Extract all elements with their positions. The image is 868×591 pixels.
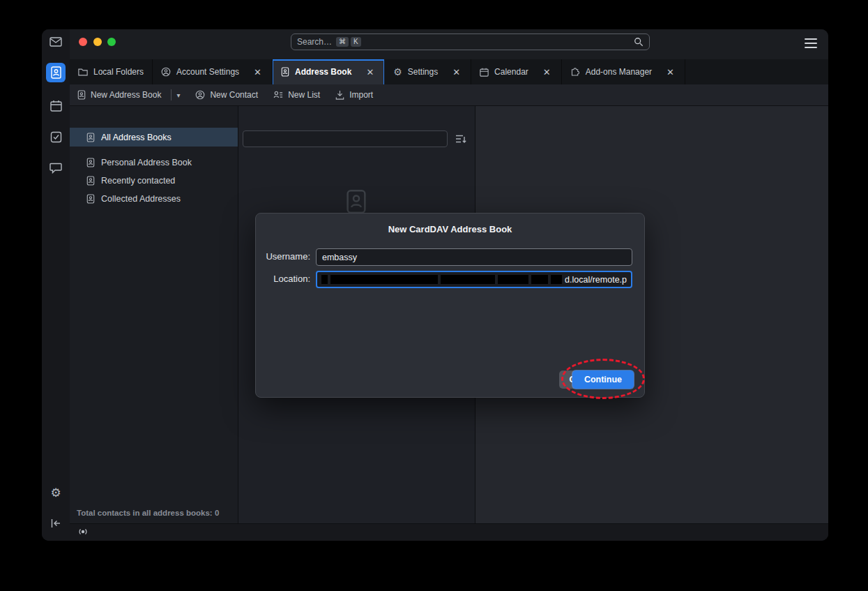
location-label: Location: [256,274,310,284]
location-input[interactable]: d.local/remote.p [316,271,632,288]
redaction-bar [330,275,438,284]
button-label: New Contact [210,90,258,100]
tab-calendar[interactable]: Calendar ✕ [471,59,562,84]
settings-gear-icon[interactable]: ⚙ [45,481,67,504]
close-tab-icon[interactable]: ✕ [541,66,553,78]
book-label: Personal Address Book [101,158,192,167]
folder-icon [78,68,88,76]
address-book-icon [86,133,95,142]
new-list-button[interactable]: New List [273,90,320,100]
status-bar [70,523,828,541]
location-visible-text: d.local/remote.p [565,275,627,285]
titlebar: Search… ⌘ K [70,29,828,59]
collapse-sidebar-icon[interactable] [45,512,67,534]
dialog-title: New CardDAV Address Book [256,224,644,234]
close-tab-icon[interactable]: ✕ [664,66,676,78]
book-label: Collected Addresses [101,194,181,204]
contacts-search-input[interactable] [243,130,448,147]
global-search-input[interactable]: Search… ⌘ K [291,33,650,50]
window-zoom-button[interactable] [107,38,116,46]
book-row-collected-addresses[interactable]: Collected Addresses [70,189,238,208]
app-menu-icon[interactable] [805,38,817,48]
list-icon [273,90,283,100]
book-row-personal[interactable]: Personal Address Book [70,153,238,172]
puzzle-icon [570,67,580,77]
address-book-icon [77,90,86,100]
window-minimize-button[interactable] [93,38,102,46]
total-contacts-status: Total contacts in all address books: 0 [77,509,219,517]
book-row-recently-contacted[interactable]: Recently contacted [70,171,238,190]
cmd-keycap: ⌘ [336,37,349,47]
button-label: New Address Book [91,90,161,100]
calendar-icon [480,68,489,77]
close-tab-icon[interactable]: ✕ [364,66,376,78]
address-book-icon [86,158,95,167]
tab-settings[interactable]: ⚙ Settings ✕ [385,59,471,84]
address-book-icon [86,194,95,204]
close-tab-icon[interactable]: ✕ [450,66,462,78]
tab-account-settings[interactable]: Account Settings ✕ [153,59,273,84]
redaction-bar [551,275,563,284]
chevron-down-icon[interactable]: ▾ [176,91,180,99]
broadcast-status-icon[interactable] [77,527,89,537]
import-button[interactable]: Import [335,90,373,100]
address-book-icon [281,67,289,77]
window-close-button[interactable] [79,38,87,46]
button-divider [171,89,172,100]
tab-label: Add-ons Manager [586,67,652,77]
account-icon [161,67,171,77]
address-books-pane: All Address Books Personal Address Book … [70,106,238,523]
activity-bar: ⚙ [42,29,70,541]
redaction-bar [531,275,548,284]
import-icon [335,90,344,100]
address-book-icon[interactable] [46,63,66,82]
tasks-icon[interactable] [45,126,67,148]
tab-label: Address Book [295,67,351,77]
new-contact-button[interactable]: New Contact [195,90,258,100]
empty-list-address-book-icon [344,189,368,214]
tab-local-folders[interactable]: Local Folders [70,59,153,84]
tab-addons-manager[interactable]: Add-ons Manager ✕ [562,59,685,84]
chat-icon[interactable] [45,157,67,179]
display-options-icon[interactable] [455,133,467,145]
person-icon [195,90,205,100]
username-input[interactable] [316,248,632,266]
gear-icon: ⚙ [393,67,402,77]
redaction-bar [441,275,494,284]
address-book-toolbar: New Address Book ▾ New Contact New List … [70,84,828,106]
tab-address-book[interactable]: Address Book ✕ [273,59,385,84]
search-placeholder: Search… [297,37,332,47]
search-icon [634,37,644,47]
redaction-bar [321,275,328,284]
tab-bar: Local Folders Account Settings ✕ Address… [70,59,828,84]
username-label: Username: [256,251,310,262]
tab-label: Account Settings [176,67,239,77]
k-keycap: K [351,37,361,47]
new-carddav-dialog: New CardDAV Address Book Username: Locat… [255,213,645,398]
tab-label: Settings [408,67,438,77]
calendar-icon[interactable] [45,94,67,117]
new-address-book-button[interactable]: New Address Book ▾ [77,89,180,100]
close-tab-icon[interactable]: ✕ [252,66,264,78]
mail-icon[interactable] [45,31,67,53]
book-row-all-address-books[interactable]: All Address Books [70,128,238,147]
tab-label: Calendar [494,67,528,77]
address-book-icon [86,176,95,186]
tab-label: Local Folders [93,67,144,77]
book-label: All Address Books [101,133,172,142]
book-label: Recently contacted [101,176,175,186]
button-label: Import [349,90,373,100]
redaction-bar [498,275,528,284]
continue-button[interactable]: Continue [572,371,634,389]
button-label: New List [288,90,320,100]
thunderbird-window: ⚙ Search… ⌘ K Local Folders Account Sett… [42,29,828,541]
